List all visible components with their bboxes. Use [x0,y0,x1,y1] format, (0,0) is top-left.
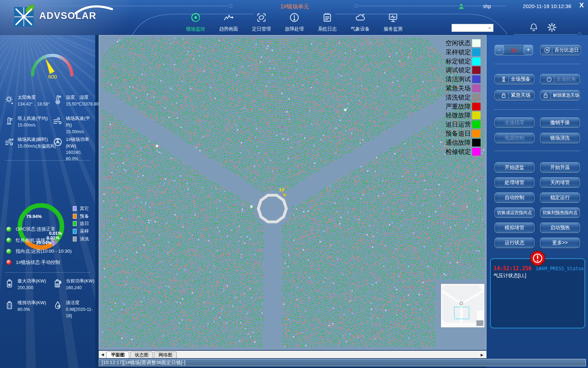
percent-track-button[interactable]: 百分比追日 [540,45,581,55]
button-label: 自动控制 [505,195,524,201]
batteryplug-icon [52,278,63,289]
power-stat-3: 维持功率(KW)80.0% [4,299,46,312]
manual-command-group: 全场找零撤销手操电源控制镜场清洗 [495,117,580,143]
battery-icon [4,278,15,289]
divider [554,76,554,83]
button-模拟堵管[interactable]: 模拟堵管 [495,223,534,233]
button-紧急关场[interactable]: 紧急关场 [495,90,534,101]
button-label: 处理堵管 [505,179,524,186]
legend-swatch [472,103,481,110]
button-开始进盐[interactable]: 开始进盐 [495,162,534,173]
app-window: ADVSOLAR 1#镜场单元 镜场监控趋势画面定日管理故障处理系统日志气象设备… [0,0,588,368]
power-gauge: 600 [29,50,76,83]
alarm-warning-icon [530,251,545,266]
nav-item-7[interactable]: 服务监测 [377,12,410,32]
legend-label: 通信故障 [446,138,471,147]
button-label: 电源控制 [505,135,524,141]
legend-label: 采样 [80,228,89,234]
stat-label: 温度、湿度 [66,95,89,100]
button-label: 紧急关场 [511,92,531,98]
gear-icon[interactable] [547,22,557,32]
button-label: 开始升温 [550,164,570,171]
unit-dropdown[interactable] [451,24,493,32]
button-镜场清洗[interactable]: 镜场清洗 [540,133,580,143]
map-legend-item-7: 清洗锁定 [446,93,481,102]
minimap[interactable] [441,284,485,328]
service-icon [387,12,399,23]
legend-label: 调试锁定 [446,66,471,74]
button-全场预备[interactable]: 全场预备 [495,74,534,84]
nav-item-label: 定日管理 [245,26,278,32]
button-撤销手操[interactable]: 撤销手操 [540,117,580,128]
map-legend-item-3: 标定锁定 [446,57,481,66]
field-canvas[interactable] [99,35,486,349]
legend-swatch [73,221,77,226]
legend-swatch [472,75,481,83]
stat-value: 15.50℃/3378.80% [66,102,103,107]
button-label: 运行状态 [505,240,524,246]
button-启动预热[interactable]: 启动预热 [540,223,580,233]
button-更多[interactable]: 更多>> [540,238,580,248]
divider [494,109,580,110]
nav-item-6[interactable]: 气象设备 [344,12,377,32]
sidebar: 600 太阳角度134.42°，18.58°温度、湿度15.50℃/3378.8… [0,35,95,368]
nav-item-label: 气象设备 [344,26,377,32]
legend-swatch [472,94,481,101]
button-开始升温[interactable]: 开始升温 [540,162,580,173]
nav-item-3[interactable]: 定日管理 [245,12,278,32]
map-legend-item-11: 预备追日 [446,129,481,138]
bell-icon[interactable] [529,22,539,32]
red-led-icon [6,260,12,265]
map-legend-item-10: 追日运营 [446,120,481,129]
button-label: 撤销手操 [550,120,570,126]
stepper-minus-button[interactable]: - [495,45,504,55]
button-切换成运营指向点[interactable]: 切换成运营指向点 [495,207,534,218]
donut-legend-item-3: 追日 [73,220,89,227]
button-处理堵管[interactable]: 处理堵管 [495,177,534,188]
map-legend-item-6: 紧急关场 [446,84,481,93]
map-legend-item-9: 轻微故障 [446,111,481,120]
batterydot-icon [4,300,15,311]
percent-icon [544,47,551,54]
close-button[interactable]: X [579,1,584,9]
fan-icon [52,137,63,147]
button-切换到预热指向点[interactable]: 切换到预热指向点 [540,207,580,218]
button-自动控制[interactable]: 自动控制 [495,192,534,203]
map-legend-item-1: 空闲状态 [446,39,481,47]
button-关闭堵管[interactable]: 关闭堵管 [540,177,580,188]
nav-item-5[interactable]: 系统日志 [311,12,344,32]
status-row-1: OPC状态:连接正常 [6,226,56,232]
stat-1: 太阳角度134.42°，18.58° [4,94,50,107]
status-row-2: 红外相机:连接正常 [6,237,55,244]
nav-item-2[interactable]: 趋势画面 [212,12,245,32]
button-label: 关闭堵管 [550,179,570,186]
tab-3[interactable]: 网络图 [154,352,177,358]
map-legend-item-2: 采样锁定 [446,48,481,56]
button-稳定运行[interactable]: 稳定运行 [540,192,580,203]
nav-item-1[interactable]: 镜场监控 [179,12,212,32]
stepper-plus-button[interactable]: + [524,45,533,55]
map-legend-item-12: 通信故障 [446,138,481,147]
status-row-3: 指向点:运营(10:00 - 10:30) [6,248,72,254]
button-解除紧急关场[interactable]: 解除紧急关场 [540,90,580,101]
nav-item-label: 服务监测 [377,26,410,32]
stepper-value: 80 [504,45,524,55]
legend-label: 检修锁定 [446,148,471,156]
legend-label: 其它 [80,205,89,212]
legend-swatch [73,237,77,241]
tab-2[interactable]: 状态图 [130,352,153,358]
donut-legend-item-1: 其它 [73,205,89,212]
view-tabstrip: ◀ 平面图状态图网络图 ▶ [99,350,486,358]
tab-1[interactable]: 平面图 [106,352,129,358]
tab-scroll-right-icon[interactable]: ▶ [478,351,486,359]
stat-value: 160,240 [66,285,82,290]
syslog-icon [322,12,333,23]
topbar: ADVSOLAR 1#镜场单元 镜场监控趋势画面定日管理故障处理系统日志气象设备… [0,0,588,35]
legend-label: 严重故障 [446,102,471,111]
datetime: 2020-11-19 10:12:36 [523,3,571,9]
nav-item-4[interactable]: 故障处理 [278,12,311,32]
button-运行状态[interactable]: 运行状态 [495,238,534,248]
wind-icon [52,116,63,126]
brand-text: ADVSOLAR [39,11,97,21]
tab-scroll-left-icon[interactable]: ◀ [99,351,106,358]
